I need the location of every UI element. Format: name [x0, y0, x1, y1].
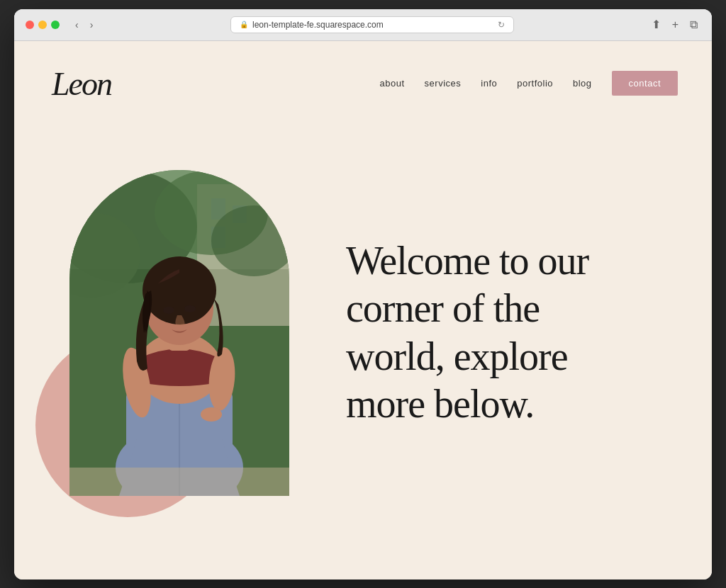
- hero-image-column: [69, 170, 289, 496]
- hero-heading: Welcome to our corner of the world, expl…: [346, 237, 678, 428]
- nav-link-info[interactable]: info: [481, 78, 497, 89]
- browser-action-buttons: ⬆ + ⧉: [649, 16, 700, 33]
- browser-nav-controls: ‹ ›: [72, 18, 96, 32]
- hero-heading-line3: world, explore: [346, 334, 568, 378]
- traffic-lights: [26, 21, 60, 29]
- hero-heading-line1: Welcome to our: [346, 239, 588, 283]
- browser-chrome: ‹ › 🔒 leon-template-fe.squarespace.com ↻…: [14, 9, 712, 41]
- contact-button[interactable]: contact: [612, 71, 678, 96]
- tabs-button[interactable]: ⧉: [687, 17, 700, 33]
- traffic-light-fullscreen[interactable]: [51, 21, 60, 29]
- svg-text:Leon: Leon: [51, 66, 112, 102]
- hero-heading-line2: corner of the: [346, 286, 540, 330]
- svg-point-22: [184, 305, 196, 312]
- hero-section: Welcome to our corner of the world, expl…: [14, 120, 712, 560]
- site-navigation: Leon about services info portfolio blog …: [14, 41, 712, 120]
- svg-rect-23: [69, 468, 289, 496]
- nav-link-about[interactable]: about: [380, 78, 405, 89]
- refresh-icon[interactable]: ↻: [498, 20, 505, 30]
- svg-point-20: [143, 256, 216, 324]
- hero-image: [69, 170, 289, 496]
- browser-window: ‹ › 🔒 leon-template-fe.squarespace.com ↻…: [14, 9, 712, 579]
- traffic-light-minimize[interactable]: [38, 21, 47, 29]
- nav-links: about services info portfolio blog conta…: [380, 71, 678, 96]
- nav-link-blog[interactable]: blog: [573, 78, 592, 89]
- svg-point-21: [163, 307, 174, 314]
- traffic-light-close[interactable]: [26, 21, 34, 29]
- url-text: leon-template-fe.squarespace.com: [252, 20, 384, 30]
- hero-heading-line4: more below.: [346, 382, 534, 426]
- hero-text-column: Welcome to our corner of the world, expl…: [289, 237, 678, 428]
- back-button[interactable]: ‹: [72, 18, 82, 32]
- lock-icon: 🔒: [240, 21, 248, 28]
- nav-link-portfolio[interactable]: portfolio: [517, 78, 553, 89]
- arch-image-container: [69, 170, 289, 496]
- website-content: Leon about services info portfolio blog …: [14, 41, 712, 579]
- new-tab-button[interactable]: +: [669, 17, 681, 33]
- share-button[interactable]: ⬆: [649, 16, 664, 33]
- nav-link-services[interactable]: services: [425, 78, 462, 89]
- forward-button[interactable]: ›: [87, 18, 96, 32]
- svg-point-17: [201, 407, 222, 422]
- logo-svg: Leon: [48, 61, 133, 103]
- address-bar[interactable]: 🔒 leon-template-fe.squarespace.com ↻: [230, 16, 514, 33]
- site-logo[interactable]: Leon: [48, 61, 133, 106]
